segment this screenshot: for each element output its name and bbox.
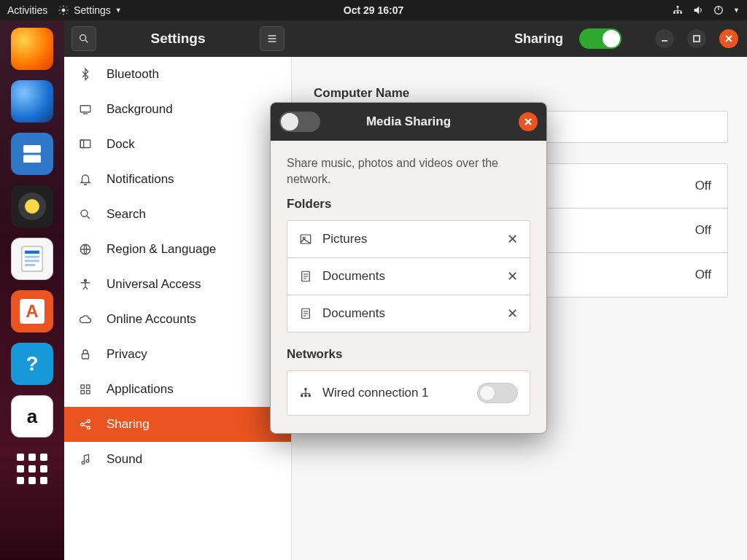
network-toggle[interactable]	[477, 383, 518, 403]
svg-rect-16	[80, 140, 90, 148]
close-icon	[524, 117, 533, 126]
search-icon	[77, 208, 93, 221]
folder-row[interactable]: Documents ✕	[287, 295, 530, 332]
state-label: Off	[695, 223, 711, 238]
svg-rect-1	[677, 6, 679, 8]
sidebar-item-search[interactable]: Search	[64, 197, 291, 232]
sidebar-item-dock[interactable]: Dock	[64, 127, 291, 162]
sidebar-item-background[interactable]: Background	[64, 92, 291, 127]
panel-title: Sharing	[514, 31, 563, 47]
remove-folder-button[interactable]: ✕	[507, 268, 518, 284]
dock-app-amazon[interactable]: a	[11, 395, 53, 438]
svg-point-18	[81, 210, 88, 217]
doc-icon	[299, 307, 312, 320]
sidebar-item-online-accounts[interactable]: Online Accounts	[64, 302, 291, 337]
svg-rect-7	[23, 155, 41, 163]
gnome-top-bar: Activities Settings ▼ Oct 29 16:07 ▼	[0, 0, 747, 20]
state-label: Off	[695, 179, 711, 193]
topbar-app-menu[interactable]: Settings ▼	[58, 4, 122, 16]
doc-icon	[299, 270, 312, 283]
sidebar-item-sharing[interactable]: Sharing	[64, 407, 291, 442]
bell-icon	[77, 173, 93, 186]
svg-rect-25	[87, 391, 90, 394]
sidebar-item-label: Sound	[107, 452, 142, 467]
dock-app-writer[interactable]	[11, 238, 53, 280]
chevron-down-icon[interactable]: ▼	[733, 7, 740, 14]
settings-sidebar: Bluetooth Background Dock Notifications …	[64, 57, 292, 560]
section-heading: Computer Name	[314, 86, 725, 101]
svg-rect-15	[80, 106, 90, 112]
close-button[interactable]	[719, 29, 738, 48]
sidebar-item-label: Online Accounts	[107, 312, 196, 327]
launcher-dock: A ? a	[0, 20, 64, 560]
sidebar-item-label: Privacy	[107, 347, 147, 362]
search-icon	[78, 33, 90, 44]
dialog-headerbar: Media Sharing	[271, 103, 546, 141]
folder-name: Documents	[322, 306, 385, 321]
sidebar-item-label: Universal Access	[107, 277, 201, 292]
dock-app-firefox[interactable]	[11, 28, 53, 70]
svg-point-30	[86, 459, 89, 462]
dock-show-apps[interactable]	[11, 448, 53, 490]
search-button[interactable]	[71, 26, 96, 51]
background-icon	[77, 103, 93, 116]
minimize-button[interactable]	[655, 29, 674, 48]
sidebar-item-sound[interactable]: Sound	[64, 442, 291, 477]
sharing-master-switch[interactable]	[579, 28, 622, 49]
svg-rect-37	[305, 394, 307, 397]
volume-icon[interactable]	[692, 4, 704, 16]
folder-row[interactable]: Documents ✕	[287, 258, 530, 295]
hamburger-menu-button[interactable]	[260, 26, 285, 51]
menu-icon	[266, 33, 278, 44]
svg-rect-2	[673, 12, 676, 14]
svg-rect-14	[694, 36, 700, 42]
svg-point-20	[85, 279, 87, 281]
dialog-description: Share music, photos and videos over the …	[287, 155, 530, 187]
sidebar-item-notifications[interactable]: Notifications	[64, 162, 291, 197]
topbar-app-menu-label: Settings	[74, 4, 111, 16]
maximize-button[interactable]	[687, 29, 706, 48]
image-icon	[299, 233, 312, 246]
sidebar-item-label: Dock	[107, 137, 135, 152]
dock-app-thunderbird[interactable]	[11, 80, 53, 122]
sidebar-item-region[interactable]: Region & Language	[64, 232, 291, 267]
dock-app-files[interactable]	[11, 133, 53, 175]
sidebar-item-label: Notifications	[107, 172, 174, 187]
dock-app-help[interactable]: ?	[11, 343, 53, 385]
sidebar-item-bluetooth[interactable]: Bluetooth	[64, 57, 291, 92]
svg-rect-4	[680, 12, 682, 14]
sidebar-item-applications[interactable]: Applications	[64, 372, 291, 407]
svg-rect-6	[23, 145, 41, 153]
sidebar-item-universal[interactable]: Universal Access	[64, 267, 291, 302]
media-sharing-switch[interactable]	[279, 112, 320, 132]
svg-point-0	[62, 9, 65, 12]
dock-app-rhythmbox[interactable]	[11, 185, 53, 228]
sidebar-item-privacy[interactable]: Privacy	[64, 337, 291, 372]
cloud-icon	[77, 313, 93, 326]
activities-button[interactable]: Activities	[7, 4, 47, 16]
chevron-down-icon: ▼	[115, 7, 122, 14]
window-headerbar: Settings Sharing	[64, 20, 747, 57]
dock-app-software[interactable]: A	[11, 290, 53, 332]
svg-rect-10	[25, 256, 39, 258]
svg-rect-21	[82, 354, 89, 359]
dialog-title: Media Sharing	[366, 114, 451, 129]
sidebar-item-label: Region & Language	[107, 242, 216, 257]
remove-folder-button[interactable]: ✕	[507, 231, 518, 247]
dialog-close-button[interactable]	[519, 112, 538, 131]
globe-icon	[77, 243, 93, 256]
svg-rect-35	[305, 388, 307, 390]
svg-rect-9	[25, 251, 39, 254]
state-label: Off	[695, 268, 711, 282]
svg-rect-22	[81, 385, 85, 389]
svg-rect-24	[81, 391, 85, 394]
power-icon[interactable]	[713, 4, 724, 16]
folder-name: Documents	[322, 269, 385, 284]
network-icon[interactable]	[672, 4, 684, 16]
remove-folder-button[interactable]: ✕	[507, 306, 518, 322]
wired-icon	[299, 386, 312, 400]
dock-icon	[77, 138, 93, 151]
topbar-clock[interactable]: Oct 29 16:07	[344, 4, 404, 16]
folder-row[interactable]: Pictures ✕	[287, 221, 530, 258]
svg-rect-8	[22, 246, 42, 271]
